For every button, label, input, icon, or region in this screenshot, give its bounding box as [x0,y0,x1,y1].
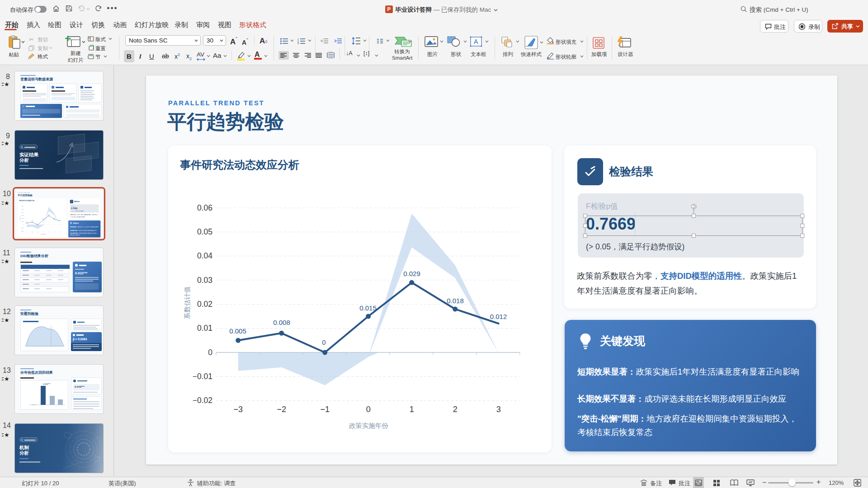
svg-text:0: 0 [23,224,24,225]
svg-text:−1: −1 [37,231,38,232]
svg-text:−0.01: −0.01 [21,227,24,228]
svg-text:−2: −2 [32,231,33,232]
svg-text:0.018: 0.018 [53,217,56,218]
svg-text:0.008: 0.008 [31,220,33,221]
svg-text:0.03: 0.03 [21,215,24,216]
svg-text:3: 3 [60,231,61,232]
svg-text:0.040***: 0.040*** [43,383,51,385]
svg-text:−0.02: −0.02 [21,230,24,231]
svg-text:0.012: 0.012 [59,220,61,221]
svg-text:−3: −3 [26,231,28,232]
svg-text:0.02: 0.02 [21,218,24,219]
svg-text:0.06: 0.06 [21,206,24,206]
svg-text:3: 3 [297,42,299,44]
svg-text:0.04: 0.04 [21,212,24,213]
svg-text:0.005: 0.005 [26,221,28,222]
svg-text:2: 2 [54,231,55,232]
svg-text:1: 1 [48,231,49,232]
svg-text:0: 0 [43,231,44,232]
svg-text:0: 0 [38,223,38,224]
svg-text:0.029: 0.029 [48,214,50,215]
svg-text:0.01: 0.01 [21,221,24,222]
svg-text:A: A [474,38,478,45]
svg-text:0.015: 0.015 [42,218,44,219]
svg-text:0.05: 0.05 [21,209,24,210]
